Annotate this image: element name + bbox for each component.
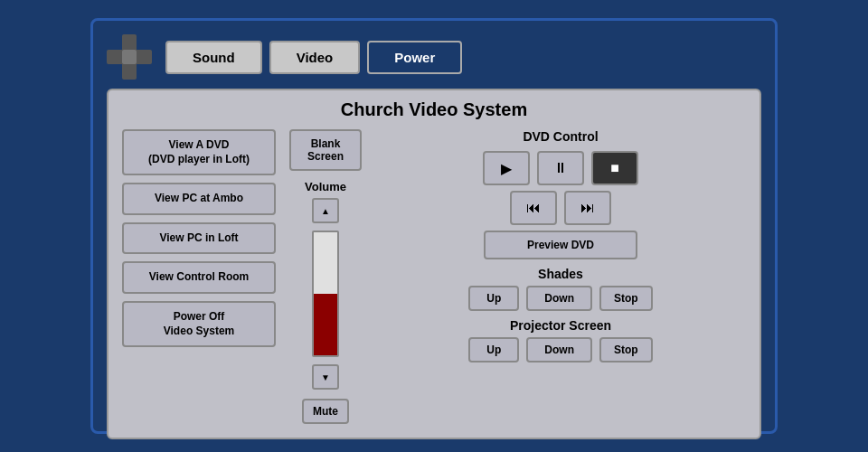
dvd-stop-button[interactable]: ■ <box>591 151 638 185</box>
shades-controls: Up Down Stop <box>375 286 746 311</box>
dvd-control-title: DVD Control <box>375 129 746 144</box>
app-container: Sound Video Power Church Video System Vi… <box>90 18 778 434</box>
cross-icon <box>107 34 152 80</box>
dvd-row-1: ▶ ⏸ ■ <box>375 151 746 185</box>
projector-title: Projector Screen <box>375 318 746 333</box>
dvd-pause-button[interactable]: ⏸ <box>537 151 584 185</box>
dvd-controls: ▶ ⏸ ■ ⏮ ⏭ Preview DVD <box>375 151 746 259</box>
shades-section: Shades Up Down Stop <box>375 267 746 311</box>
view-pc-loft-button[interactable]: View PC in Loft <box>122 222 276 255</box>
dvd-row-3: Preview DVD <box>375 231 746 259</box>
sound-tab[interactable]: Sound <box>165 41 262 74</box>
preview-dvd-button[interactable]: Preview DVD <box>484 231 637 259</box>
right-column: DVD Control ▶ ⏸ ■ ⏮ ⏭ Preview DVD <box>375 129 746 424</box>
shades-down-button[interactable]: Down <box>526 286 592 311</box>
dvd-rewind-button[interactable]: ⏮ <box>510 191 557 225</box>
projector-up-button[interactable]: Up <box>468 337 519 363</box>
dvd-fastforward-button[interactable]: ⏭ <box>564 191 611 225</box>
volume-down-button[interactable]: ▼ <box>312 364 339 390</box>
shades-title: Shades <box>375 267 746 281</box>
volume-container: ▲ ▼ <box>312 198 339 390</box>
volume-fill <box>314 294 337 355</box>
mute-button[interactable]: Mute <box>302 399 349 424</box>
view-dvd-button[interactable]: View A DVD(DVD player in Loft) <box>122 129 276 175</box>
power-off-button[interactable]: Power OffVideo System <box>122 301 276 347</box>
projector-section: Projector Screen Up Down Stop <box>375 318 746 363</box>
volume-slider[interactable] <box>312 231 339 357</box>
power-tab[interactable]: Power <box>367 41 462 74</box>
dvd-play-button[interactable]: ▶ <box>483 151 530 185</box>
shades-stop-button[interactable]: Stop <box>599 286 653 311</box>
panel-title: Church Video System <box>122 99 746 120</box>
dvd-row-2: ⏮ ⏭ <box>375 191 746 225</box>
projector-down-button[interactable]: Down <box>526 337 592 363</box>
shades-up-button[interactable]: Up <box>468 286 519 311</box>
center-column: Blank Screen Volume ▲ ▼ Mute <box>285 129 366 424</box>
view-control-room-button[interactable]: View Control Room <box>122 261 276 294</box>
panel-body: View A DVD(DVD player in Loft) View PC a… <box>122 129 746 424</box>
video-tab[interactable]: Video <box>269 41 361 74</box>
projector-controls: Up Down Stop <box>375 337 746 363</box>
top-buttons: Sound Video Power <box>165 41 462 74</box>
blank-screen-button[interactable]: Blank Screen <box>289 129 362 171</box>
left-column: View A DVD(DVD player in Loft) View PC a… <box>122 129 276 424</box>
main-panel: Church Video System View A DVD(DVD playe… <box>107 89 761 439</box>
view-pc-ambo-button[interactable]: View PC at Ambo <box>122 183 276 215</box>
top-bar: Sound Video Power <box>107 34 761 80</box>
volume-label: Volume <box>305 180 346 193</box>
volume-up-button[interactable]: ▲ <box>312 198 339 223</box>
projector-stop-button[interactable]: Stop <box>599 337 653 363</box>
